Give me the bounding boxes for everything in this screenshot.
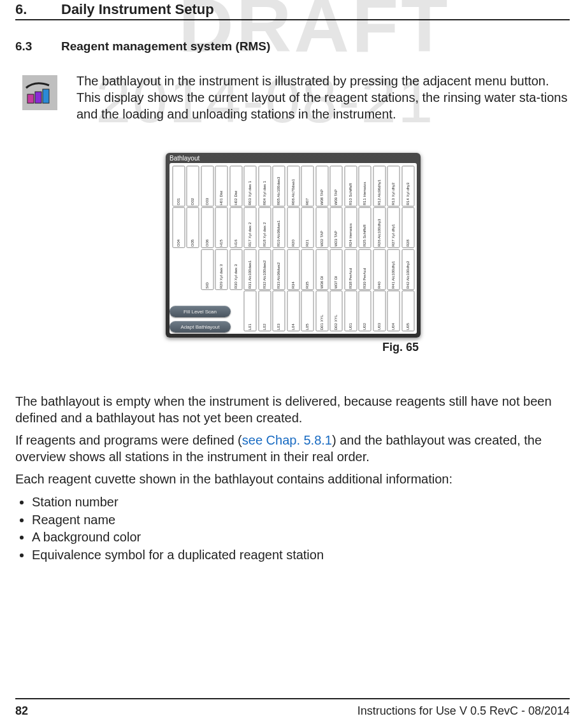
station-cell[interactable]: R17 Xyl dwx 2 [243, 207, 256, 248]
station-cell[interactable]: R14 Xyl dhy3 [401, 166, 414, 206]
station-cell[interactable]: R19 Alc96dwx1 [272, 207, 285, 248]
station-cell[interactable]: R32 Alc100dwx2 [258, 249, 271, 290]
station-cell[interactable]: O05 [186, 207, 199, 248]
adapt-bathlayout-button[interactable]: Adapt Bathlayout [170, 321, 231, 332]
chap-link[interactable]: see Chap. 5.8.1 [242, 433, 332, 447]
station-cell[interactable]: L03 [272, 290, 285, 331]
station-cell[interactable]: W08 TAP [315, 166, 328, 206]
watermark-draft: DRAFT [178, 0, 451, 69]
station-cell[interactable]: U01 [344, 290, 357, 331]
station-cell[interactable]: L01 [243, 290, 256, 331]
station-cell[interactable]: O01 [172, 166, 185, 206]
station-cell[interactable]: R29 Xyl dwx 3 [215, 249, 227, 290]
station-cell[interactable]: SID [201, 249, 213, 290]
station-cell[interactable]: W23 TAP [329, 207, 342, 248]
station-cell[interactable]: H16 [229, 207, 242, 248]
list-item: Station number [32, 494, 570, 511]
station-cell[interactable]: R25 SchiffsR [358, 207, 371, 248]
station-cell[interactable]: R26 Alc100dhy3 [373, 207, 386, 248]
station-cell[interactable]: R42 Alc100dhy2 [401, 249, 414, 290]
list-item: Equivalence symbol for a duplicated reag… [32, 547, 570, 564]
list-item: Reagent name [32, 512, 570, 529]
bathlayout-panel: Bathlayout O01O04O02O05O03O06SIDH01 Dist… [166, 153, 421, 338]
station-cell[interactable]: D02 XYL [329, 290, 342, 331]
svg-rect-2 [35, 92, 41, 103]
bathlayout-icon [22, 75, 57, 110]
station-cell[interactable]: R07 [301, 166, 314, 206]
station-cell[interactable]: R39 PerAcd [358, 249, 371, 290]
station-cell[interactable]: R31 Alc100dwx1 [243, 249, 256, 290]
bullet-list: Station number Reagent name A background… [15, 494, 570, 563]
station-cell[interactable]: W09 TAP [329, 166, 342, 206]
paragraph-3: Each reagent cuvette shown in the bathla… [15, 471, 570, 488]
p2a: If reagents and programs were defined ( [15, 433, 242, 447]
svg-rect-3 [43, 89, 49, 103]
station-cell[interactable]: U03 [373, 290, 386, 331]
station-cell[interactable]: W37 DI [329, 249, 342, 290]
station-cell[interactable]: R40 [373, 249, 386, 290]
station-cell[interactable]: R10 SchiffsR [344, 166, 357, 206]
station-cell[interactable]: R13 Xyl dhy2 [387, 166, 400, 206]
page-number: 82 [15, 704, 28, 718]
figure-caption: Fig. 65 [382, 341, 419, 354]
station-cell[interactable]: L04 [287, 290, 300, 331]
station-cell[interactable]: O06 [201, 207, 213, 248]
station-cell[interactable]: U04 [387, 290, 400, 331]
station-cell[interactable]: R35 [301, 249, 314, 290]
list-item: A background color [32, 529, 570, 546]
section-title: Daily Instrument Setup [61, 1, 214, 18]
station-cell[interactable]: W36 DI [315, 249, 328, 290]
station-cell[interactable]: U02 [358, 290, 371, 331]
rule [15, 19, 570, 20]
subsection-number: 6.3 [15, 39, 32, 54]
station-cell[interactable]: H01 Dist [215, 166, 227, 206]
station-cell[interactable]: R30 Xyl dwx 3 [229, 249, 242, 290]
panel-title: Bathlayout [166, 153, 421, 163]
station-cell[interactable]: R34 [287, 249, 300, 290]
station-cell[interactable]: H02 Dist [229, 166, 242, 206]
footer-rule [15, 698, 570, 699]
footer-text: Instructions for Use V 0.5 RevC - 08/201… [358, 704, 570, 718]
paragraph-1: The bathlayout is empty when the instrum… [15, 394, 570, 426]
fill-level-scan-button[interactable]: Fill Level Scan [170, 306, 231, 317]
station-cell[interactable]: R11 Hematox [358, 166, 371, 206]
station-cell[interactable]: R18 Xyl dwx 2 [258, 207, 271, 248]
station-cell[interactable]: R04 Xyl dwx 1 [258, 166, 271, 206]
station-cell[interactable]: R03 Xyl dwx 1 [243, 166, 256, 206]
station-cell[interactable]: R24 Hematox [344, 207, 357, 248]
station-cell[interactable]: O03 [201, 166, 213, 206]
subsection-title: Reagent management system (RMS) [61, 39, 270, 54]
paragraph-2: If reagents and programs were defined (s… [15, 432, 570, 465]
station-cell[interactable]: L02 [258, 290, 271, 331]
station-cell[interactable]: H15 [215, 207, 227, 248]
svg-rect-1 [27, 94, 34, 103]
station-cell[interactable]: O04 [172, 207, 185, 248]
station-cell[interactable]: R20 [287, 207, 300, 248]
station-cell[interactable]: U05 [401, 290, 414, 331]
station-cell[interactable]: O02 [186, 166, 199, 206]
station-cell[interactable]: D01 XYL [315, 290, 328, 331]
station-cell[interactable]: R06 Alc70dwx1 [287, 166, 300, 206]
station-cell[interactable]: R38 PerAcd [344, 249, 357, 290]
station-cell[interactable]: R27 Xyl dhy1 [387, 207, 400, 248]
station-cell[interactable]: R21 [301, 207, 314, 248]
station-cell[interactable]: R33 Alc96dwx2 [272, 249, 285, 290]
station-cell[interactable]: W22 TAP [315, 207, 328, 248]
station-cell[interactable]: R28 [401, 207, 414, 248]
section-number: 6. [15, 1, 27, 18]
intro-paragraph: The bathlayout in the instrument is illu… [76, 73, 570, 122]
station-cell[interactable]: R41 Alc100dhy1 [387, 249, 400, 290]
station-cell[interactable]: R05 Alc100dwx3 [272, 166, 285, 206]
station-cell[interactable]: R12 Alc96dhy1 [373, 166, 386, 206]
station-cell[interactable]: L05 [301, 290, 314, 331]
